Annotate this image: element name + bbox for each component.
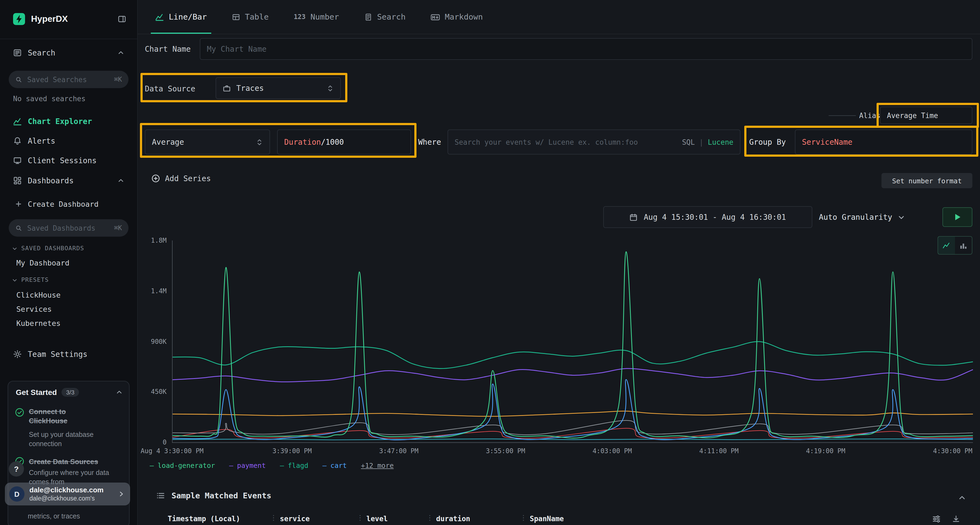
- sidebar-item-team-settings[interactable]: Team Settings: [13, 348, 88, 360]
- toggle-divider: |: [699, 138, 703, 146]
- x-tick-label: 4:03:00 PM: [593, 447, 632, 455]
- sidebar-item-alerts[interactable]: Alerts: [13, 135, 55, 147]
- add-series-button[interactable]: Add Series: [151, 174, 211, 183]
- aggregation-value: Average: [152, 138, 184, 146]
- saved-searches-input[interactable]: Saved Searches ⌘K: [9, 71, 129, 88]
- get-started-title: Get Started: [16, 388, 57, 397]
- y-tick-label: 900K: [129, 338, 167, 345]
- y-tick-label: 450K: [129, 388, 167, 396]
- legend-item-flagd[interactable]: —flagd: [280, 462, 308, 469]
- gear-icon: [13, 350, 22, 358]
- column-settings-icon[interactable]: [932, 515, 941, 523]
- lucene-toggle[interactable]: Lucene: [708, 138, 733, 146]
- column-header-timestamp-local-[interactable]: Timestamp (Local): [168, 515, 240, 523]
- user-secondary: dale@clickhouse.com's: [29, 495, 103, 503]
- x-tick-label: 4:30:00 PM: [933, 447, 973, 455]
- sidebar-item-kubernetes[interactable]: Kubernetes: [16, 319, 61, 328]
- x-tick-label: 3:55:00 PM: [486, 447, 525, 455]
- data-source-label: Data Source: [145, 84, 195, 93]
- series-frontend: [173, 411, 973, 416]
- legend-dash: —: [150, 462, 154, 469]
- sidebar: HyperDX Search Saved Searches ⌘K No save…: [0, 0, 138, 525]
- sidebar-section-dashboards[interactable]: Dashboards: [13, 174, 124, 187]
- sidebar-item-client-sessions[interactable]: Client Sessions: [13, 154, 97, 167]
- tab-number[interactable]: 123 Number: [294, 0, 339, 34]
- help-button[interactable]: ?: [9, 462, 24, 477]
- user-email: dale@clickhouse.com: [29, 485, 103, 495]
- list-icon: [156, 491, 165, 500]
- collapse-section-chevron-up-icon[interactable]: [958, 494, 966, 501]
- legend-item-load-generator[interactable]: —load-generator: [150, 462, 215, 469]
- sidebar-item-clickhouse[interactable]: ClickHouse: [16, 290, 61, 299]
- team-settings-label: Team Settings: [28, 350, 88, 358]
- legend-more-link[interactable]: +12 more: [361, 462, 394, 469]
- document-icon: [364, 13, 372, 21]
- saved-dashboards-input[interactable]: Saved Dashboards ⌘K: [9, 219, 129, 237]
- sidebar-section-search[interactable]: Search: [13, 47, 124, 59]
- collapse-sidebar-icon[interactable]: [118, 15, 126, 24]
- tab-markdown[interactable]: Markdown: [431, 0, 483, 34]
- column-header-spanname[interactable]: SpanName: [530, 515, 564, 523]
- column-header-duration[interactable]: duration: [436, 515, 470, 523]
- line-chart-icon: [155, 13, 164, 21]
- sidebar-item-my-dashboard[interactable]: My Dashboard: [16, 259, 69, 267]
- where-input[interactable]: Search your events w/ Lucene ex. column:…: [447, 130, 740, 154]
- date-range-picker[interactable]: Aug 4 15:30:01 - Aug 4 16:30:01: [603, 206, 812, 228]
- legend-item-cart[interactable]: —cart: [323, 462, 347, 469]
- legend-dash: —: [323, 462, 327, 469]
- series-cart: [173, 379, 973, 440]
- tab-line-bar[interactable]: Line/Bar: [155, 0, 207, 34]
- check-circle-icon: [15, 408, 24, 417]
- alias-input[interactable]: Average Time: [880, 106, 972, 124]
- tab-table[interactable]: Table: [232, 0, 269, 34]
- data-source-value: Traces: [236, 84, 264, 92]
- y-tick-label: 0: [129, 438, 167, 446]
- presets-section-label: PRESETS: [21, 276, 49, 284]
- add-series-label: Add Series: [165, 174, 211, 183]
- group-by-input[interactable]: ServiceName: [795, 130, 972, 154]
- client-sessions-label: Client Sessions: [28, 156, 97, 165]
- get-started-step2-title: Create Data Sources: [29, 458, 121, 467]
- group-by-value: ServiceName: [802, 138, 852, 146]
- column-header-level[interactable]: level: [366, 515, 388, 523]
- saved-searches-placeholder: Saved Searches: [27, 75, 87, 84]
- formula-input[interactable]: Duration/1000: [277, 130, 411, 154]
- sql-toggle[interactable]: SQL: [682, 138, 695, 146]
- column-header-service[interactable]: service: [280, 515, 310, 523]
- chart-legend: —load-generator—payment—flagd—cart+12 mo…: [150, 462, 394, 469]
- tab-search[interactable]: Search: [364, 0, 406, 34]
- data-source-select[interactable]: Traces: [216, 77, 341, 99]
- legend-item-payment[interactable]: —payment: [229, 462, 266, 469]
- saved-dashboards-section-header[interactable]: SAVED DASHBOARDS: [12, 245, 84, 252]
- formula-field: Duration: [284, 138, 321, 146]
- dashboards-label: Dashboards: [28, 176, 74, 185]
- sample-events-header[interactable]: Sample Matched Events: [156, 491, 271, 500]
- date-range-value: Aug 4 15:30:01 - Aug 4 16:30:01: [644, 213, 786, 221]
- set-number-format-button[interactable]: Set number format: [881, 173, 972, 188]
- download-icon[interactable]: [952, 515, 960, 523]
- granularity-select[interactable]: Auto Granularity: [819, 206, 905, 228]
- get-started-step1-subtitle: Set up your database connection: [29, 430, 114, 448]
- series-payment: [173, 369, 973, 382]
- circle-plus-icon: [151, 174, 160, 183]
- sidebar-item-services[interactable]: Services: [16, 305, 52, 313]
- chart-explorer-label: Chart Explorer: [28, 117, 92, 126]
- get-started-header[interactable]: Get Started 3/3: [16, 388, 123, 397]
- column-separator: ⋮: [520, 514, 527, 522]
- divider: [0, 39, 137, 39]
- search-icon: [15, 224, 22, 232]
- chart-name-input[interactable]: My Chart Name: [200, 38, 972, 60]
- series-flagd: [173, 342, 973, 369]
- run-chart-button[interactable]: [942, 207, 972, 227]
- chart-plot-area[interactable]: [172, 241, 973, 443]
- tab-line-bar-label: Line/Bar: [169, 13, 207, 21]
- chevron-up-icon: [118, 49, 124, 56]
- chart-series-svg: [173, 241, 973, 442]
- user-menu[interactable]: D dale@clickhouse.com dale@clickhouse.co…: [5, 482, 130, 505]
- presets-section-header[interactable]: PRESETS: [12, 276, 49, 284]
- sidebar-item-create-dashboard[interactable]: Create Dashboard: [15, 198, 99, 210]
- tab-markdown-label: Markdown: [445, 13, 483, 21]
- sidebar-item-chart-explorer[interactable]: Chart Explorer: [13, 115, 92, 127]
- formula-suffix: /1000: [321, 138, 344, 146]
- aggregation-select[interactable]: Average: [145, 130, 270, 154]
